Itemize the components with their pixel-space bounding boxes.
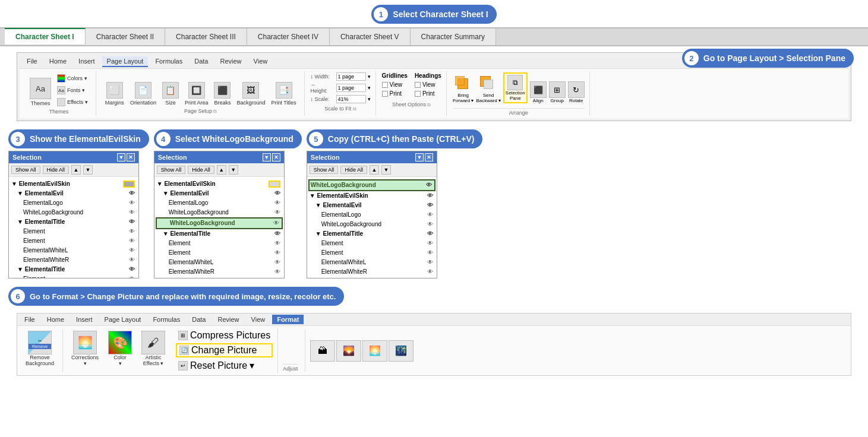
fmt-menu-file[interactable]: File — [20, 315, 40, 324]
sel-pane-5-hide-all[interactable]: Hide All — [340, 166, 367, 174]
scale-input[interactable] — [336, 95, 366, 103]
width-input[interactable] — [336, 72, 366, 81]
menu-insert[interactable]: Insert — [74, 56, 100, 67]
fmt-menu-review[interactable]: Review — [213, 315, 244, 324]
corrections-btn[interactable]: 🌅 Corrections ▾ — [68, 328, 102, 373]
sel-pane-5-show-all[interactable]: Show All — [310, 166, 339, 174]
fmt-menu-insert[interactable]: Insert — [71, 315, 97, 324]
headings-view-check[interactable] — [415, 82, 421, 88]
sel-pane-4-show-all[interactable]: Show All — [157, 166, 186, 174]
change-picture-btn[interactable]: 🔄 Change Picture — [176, 343, 273, 357]
sel-pane-3-close[interactable]: ✕ — [127, 153, 135, 162]
sel-pane-4-close[interactable]: ✕ — [272, 153, 280, 162]
selection-pane-btn[interactable]: ⧉ Selection Pane — [503, 72, 528, 103]
tree-item-element-3b[interactable]: Element 👁 — [10, 236, 137, 246]
tab-sheet-4[interactable]: Character Sheet IV — [247, 28, 330, 45]
breaks-btn[interactable]: ⬛ Breaks — [212, 81, 232, 107]
menu-formulas[interactable]: Formulas — [150, 56, 187, 67]
tree-item-elemental-whiter-5[interactable]: ElementalWhiteR 👁 — [308, 267, 435, 277]
tree-item-elemental-title-3b[interactable]: ▼ ElementalTitle 👁 — [10, 265, 137, 274]
sel-pane-5-close[interactable]: ✕ — [425, 153, 433, 162]
tree-item-white-logo-selected-4[interactable]: WhiteLogoBackground 👁 — [156, 217, 283, 229]
orientation-btn[interactable]: 📄 Orientation — [128, 81, 158, 107]
print-area-btn[interactable]: 🔲 Print Area — [183, 81, 210, 107]
tree-item-element-3a[interactable]: Element 👁 — [10, 227, 137, 236]
menu-file[interactable]: File — [22, 56, 42, 67]
tree-item-elemental-whitel-3[interactable]: ElementalWhiteL 👁 — [10, 246, 137, 255]
tab-sheet-5[interactable]: Character Sheet V — [330, 28, 411, 45]
bring-forward-btn[interactable]: Bring Forward ▾ — [453, 76, 474, 103]
sel-pane-5-up[interactable]: ▲ — [370, 165, 379, 175]
sel-pane-3-down[interactable]: ▼ — [83, 165, 93, 175]
tree-item-elemental-logo-4[interactable]: ElementalLogo 👁 — [156, 198, 283, 208]
img-style-3[interactable]: 🌅 — [362, 340, 387, 362]
colors-btn[interactable]: Colors ▾ — [55, 73, 90, 84]
gridlines-view-check[interactable] — [382, 82, 388, 88]
fmt-menu-data[interactable]: Data — [187, 315, 210, 324]
menu-review[interactable]: Review — [215, 56, 246, 67]
tree-item-elemental-title-4a[interactable]: ▼ ElementalTitle 👁 — [156, 229, 283, 239]
scale-dropdown[interactable]: ▾ — [368, 96, 371, 102]
tree-item-elemental-evil-skin-4[interactable]: ▼ ElementalEvilSkin — [156, 179, 283, 189]
tree-item-elemental-evil-3[interactable]: ▼ ElementalEvil 👁 — [10, 189, 137, 198]
tab-sheet-1[interactable]: Character Sheet I — [5, 28, 86, 45]
tree-item-element-4a[interactable]: Element 👁 — [156, 239, 283, 248]
menu-page-layout[interactable]: Page Layout — [102, 56, 149, 67]
fmt-menu-format[interactable]: Format — [272, 315, 304, 324]
sel-pane-3-up[interactable]: ▲ — [71, 165, 81, 175]
sel-pane-5-down[interactable]: ▼ — [381, 165, 391, 175]
align-btn[interactable]: ⬛ Align — [530, 81, 547, 103]
fmt-menu-page-layout[interactable]: Page Layout — [100, 315, 146, 324]
sel-pane-4-hide-all[interactable]: Hide All — [188, 166, 214, 174]
tree-item-white-logo-3[interactable]: WhiteLogoBackground 👁 — [10, 208, 137, 217]
tree-item-element-5b[interactable]: Element 👁 — [308, 248, 435, 258]
tree-item-white-logo-copy-5[interactable]: WhiteLogoBackground 👁 — [308, 179, 435, 191]
tree-item-elemental-logo-5[interactable]: ElementalLogo 👁 — [308, 210, 435, 220]
menu-data[interactable]: Data — [190, 56, 213, 67]
tree-item-element-4b[interactable]: Element 👁 — [156, 248, 283, 258]
sel-pane-3-hide-all[interactable]: Hide All — [43, 166, 70, 174]
themes-btn[interactable]: Aa Themes — [28, 77, 53, 107]
rotate-btn[interactable]: ↻ Rotate — [568, 81, 585, 103]
color-btn[interactable]: 🎨 Color ▾ — [105, 328, 135, 373]
tree-item-elemental-evil-4[interactable]: ▼ ElementalEvil 👁 — [156, 189, 283, 198]
height-input[interactable] — [336, 84, 366, 92]
tree-item-elemental-evil-skin-5[interactable]: ▼ ElementalEvilSkin 👁 — [308, 191, 435, 201]
tree-item-elemental-title-4b[interactable]: ▼ ElementalTitle 👁 — [156, 277, 283, 278]
sel-pane-4-up[interactable]: ▲ — [217, 165, 226, 175]
menu-view[interactable]: View — [249, 56, 273, 67]
margins-btn[interactable]: ⬜ Margins — [103, 81, 126, 107]
tree-item-elemental-title-5a[interactable]: ▼ ElementalTitle 👁 — [308, 229, 435, 239]
effects-btn[interactable]: Effects ▾ — [55, 97, 90, 107]
print-titles-btn[interactable]: 📑 Print Titles — [270, 81, 298, 107]
sel-pane-5-minimize[interactable]: ▼ — [415, 153, 424, 162]
tab-sheet-3[interactable]: Character Sheet III — [165, 28, 247, 45]
group-btn[interactable]: ⊞ Group — [549, 81, 566, 103]
sel-pane-4-down[interactable]: ▼ — [229, 165, 238, 175]
sel-pane-3-minimize[interactable]: ▼ — [117, 153, 125, 162]
tree-item-element-5a[interactable]: Element 👁 — [308, 239, 435, 248]
tree-item-elemental-whiter-4[interactable]: ElementalWhiteR 👁 — [156, 267, 283, 277]
artistic-effects-btn[interactable]: 🖌 Artistic Effects ▾ — [138, 328, 169, 373]
tree-item-white-logo-4[interactable]: WhiteLogoBackground 👁 — [156, 208, 283, 217]
tree-item-elemental-title-3a[interactable]: ▼ ElementalTitle 👁 — [10, 217, 137, 227]
menu-home[interactable]: Home — [45, 56, 71, 67]
fmt-menu-view[interactable]: View — [247, 315, 270, 324]
reset-picture-btn[interactable]: ↩ Reset Picture ▾ — [176, 359, 273, 372]
remove-bg-btn[interactable]: ✂ Remove Remove Background — [22, 328, 58, 373]
tree-item-element-3c[interactable]: Element 👁 — [10, 274, 137, 278]
tree-item-elemental-whitel-4[interactable]: ElementalWhiteL 👁 — [156, 258, 283, 267]
sel-pane-3-show-all[interactable]: Show All — [11, 166, 40, 174]
tree-item-elemental-whiter-3[interactable]: ElementalWhiteR 👁 — [10, 255, 137, 265]
img-style-2[interactable]: 🌄 — [336, 340, 361, 362]
fmt-menu-formulas[interactable]: Formulas — [148, 315, 185, 324]
tree-item-white-logo-5[interactable]: WhiteLogoBackground 👁 — [308, 220, 435, 229]
tree-item-elemental-whitel-5[interactable]: ElementalWhiteL 👁 — [308, 258, 435, 267]
send-backward-btn[interactable]: Send Backward ▾ — [476, 76, 500, 103]
size-btn[interactable]: 📋 Size — [160, 81, 181, 107]
height-dropdown[interactable]: ▾ — [368, 85, 371, 91]
tree-item-elemental-logo-3[interactable]: ElementalLogo 👁 — [10, 198, 137, 208]
sel-pane-4-minimize[interactable]: ▼ — [263, 153, 271, 162]
gridlines-print-check[interactable] — [382, 91, 388, 97]
fmt-menu-home[interactable]: Home — [42, 315, 69, 324]
